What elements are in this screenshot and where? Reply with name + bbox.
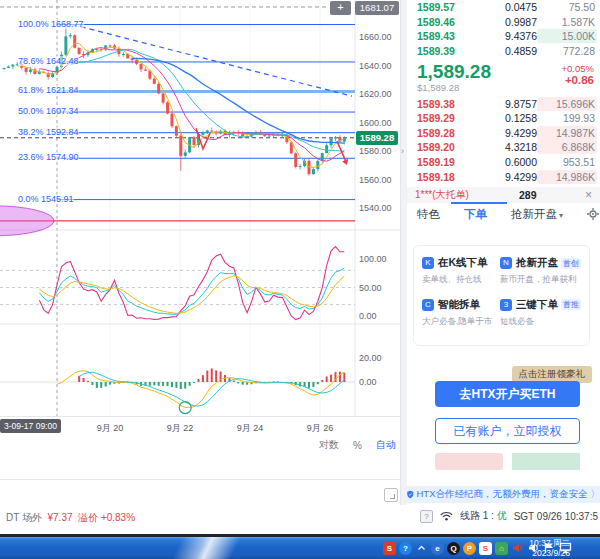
tray-sogou-input-icon[interactable]: S [383,542,396,555]
orderbook-total: 953.51 [537,155,597,169]
feature-title: 智能拆单 [438,298,480,312]
tab-item[interactable]: 抢新开盘▾ [511,207,563,222]
tray-help-icon[interactable]: ? [399,542,412,555]
feature-title: 抢新开盘 [516,256,558,270]
percent-scale-toggle[interactable]: % [353,440,362,451]
feature-subtitle: 新币开盘，抢单获利 [500,274,581,286]
feature-badge: 首创 [561,258,581,269]
orderbook-bid-row[interactable]: 1589.189.429914.986K [407,169,600,184]
buy-button-disabled[interactable] [435,453,503,470]
orderbook-price[interactable]: 1589.38 [417,98,473,110]
feature-item[interactable]: K在K线下单卖单线、持仓线 [420,254,498,296]
fullscreen-icon[interactable] [384,488,398,502]
trading-app-window: 100.0% 1668.7778.6% 1642.4861.8% 1621.84… [0,0,600,559]
orderbook-amount: 9.4299 [473,171,537,183]
orderbook-price[interactable]: 1589.18 [417,171,473,183]
x-axis-anchor-label: 3-09-17 09:00 [0,419,61,433]
feature-item[interactable]: N抢新开盘首创新币开盘，抢单获利 [498,254,583,296]
tab-item[interactable]: 特色 [417,207,440,222]
authorize-account-button[interactable]: 已有账户，立即授权 [435,418,580,444]
shield-icon [407,489,414,500]
feature-icon: K [422,257,434,269]
orderbook-bid-row[interactable]: 1589.389.875715.696K [407,96,600,111]
gear-icon[interactable] [587,208,599,222]
orderbook-price[interactable]: 1589.20 [417,141,473,153]
chevron-right-icon: 〉 [591,488,600,501]
feature-icon: C [422,299,434,311]
orderbook-total: 772.28 [537,44,597,58]
wifi-icon [440,511,453,521]
tray-sogou-browser-icon[interactable]: S [479,542,492,555]
orderbook-amount: 0.4859 [473,45,537,57]
orderbook-ask-row[interactable]: 1589.439.437615.00K [407,29,600,44]
auto-scale-toggle[interactable]: 自动 [376,438,396,452]
orderbook-total: 14.987K [537,126,597,140]
line-label: 线路 1 : [460,510,494,521]
sell-button-disabled[interactable] [512,453,580,470]
add-alert-button[interactable]: + [330,1,351,15]
panel-tabs: 特色下单抢新开盘▾ [407,203,600,227]
orderbook-price[interactable]: 1589.29 [417,112,473,124]
orderbook-total: 1.587K [537,15,597,29]
tray-volume-red-icon[interactable] [511,542,524,555]
orderbook-total: 199.93 [537,111,597,125]
orderbook-bid-row[interactable]: 1589.290.1258199.93 [407,111,600,126]
orderbook-amount: 9.4299 [473,127,537,139]
x-axis-tick: 9月 20 [97,422,124,435]
tray-browser-icon[interactable]: e [431,542,444,555]
candlestick-chart[interactable] [0,0,400,416]
server-clock: SGT 09/26 10:37:5 [514,511,598,522]
broker-banner[interactable]: HTX合作经纪商，无额外费用，资金安全 〉 [407,486,600,503]
orderbook-total: 14.986K [537,170,597,184]
orderbook-price[interactable]: 1589.28 [417,127,473,139]
otc-price: ¥7.37 [48,512,73,523]
windows-taskbar[interactable]: S?eQPS⌂ 10:37 周二 2023/9/26 [0,537,600,559]
connection-status: ? 线路 1 : 优 SGT 09/26 10:37:5 [420,509,598,523]
feature-item[interactable]: C智能拆单大户必备,隐单于市 [420,296,498,338]
orderbook-bid-row[interactable]: 1589.204.32186.868K [407,140,600,155]
active-tab-indicator [451,202,507,204]
orderbook-price[interactable]: 1589.43 [417,30,473,42]
tray-collapse-icon[interactable] [415,542,428,555]
taskbar-clock[interactable]: 10:37 周二 2023/9/26 [529,538,570,558]
orderbook-bid-row[interactable]: 1589.289.429914.987K [407,126,600,141]
price-chart-region[interactable]: 100.0% 1668.7778.6% 1642.4861.8% 1621.84… [0,0,400,456]
line-quality: 优 [497,510,507,521]
x-axis[interactable]: 3-09-17 09:00 9月 209月 229月 249月 26 [0,416,400,437]
feature-title: 三键下单 [516,298,558,312]
close-icon[interactable]: × [585,188,592,202]
tray-home-icon[interactable]: ⌂ [495,542,508,555]
chevron-down-icon: ▾ [559,211,563,220]
otc-price-status: DT 场外 ¥7.37 溢价 +0.83% [6,511,135,525]
feature-subtitle: 卖单线、持仓线 [422,274,496,286]
tab-active[interactable]: 下单 [464,207,487,222]
open-account-button[interactable]: 去HTX开户买ETH [435,381,580,407]
help-icon[interactable]: ? [420,510,433,523]
big-order-alert-text[interactable]: 1***(大托单) [415,188,469,202]
feature-subtitle: 短线必备 [500,316,581,328]
orderbook-price[interactable]: 1589.46 [417,16,473,28]
change-percent: +0.05% [562,63,595,74]
trade-side-panel: 1589.570.047575.501589.460.99871.587K158… [407,0,600,505]
orderbook-ask-row[interactable]: 1589.460.99871.587K [407,15,600,30]
orderbook-bid-row[interactable]: 1589.190.6000953.51 [407,155,600,170]
orderbook-ask-row[interactable]: 1589.570.047575.50 [407,0,600,15]
orderbook-price[interactable]: 1589.39 [417,45,473,57]
orderbook-amount: 0.1258 [473,112,537,124]
last-price-block[interactable]: 1,589.28 $1,589.28 +0.05% +0.86 [407,58,600,96]
feature-title: 在K线下单 [438,256,488,270]
orderbook-amount: 9.4376 [473,30,537,42]
orderbook-price[interactable]: 1589.57 [417,1,473,13]
big-order-alert-bar[interactable]: 1***(大托单) 289 × [407,187,600,203]
tray-pp-icon[interactable]: P [463,542,476,555]
collapse-arrow-icon[interactable]: › [401,146,404,156]
log-scale-toggle[interactable]: 对数 [319,438,339,452]
feature-item[interactable]: 3三键下单首推短线必备 [498,296,583,338]
orderbook-total: 6.868K [537,140,597,154]
tray-qq-icon[interactable]: Q [447,542,460,555]
orderbook-ask-row[interactable]: 1589.390.4859772.28 [407,44,600,59]
premium-value: +0.83% [101,512,135,523]
feature-icon: 3 [500,299,512,311]
orderbook-price[interactable]: 1589.19 [417,156,473,168]
feature-badge: 首推 [561,299,581,310]
